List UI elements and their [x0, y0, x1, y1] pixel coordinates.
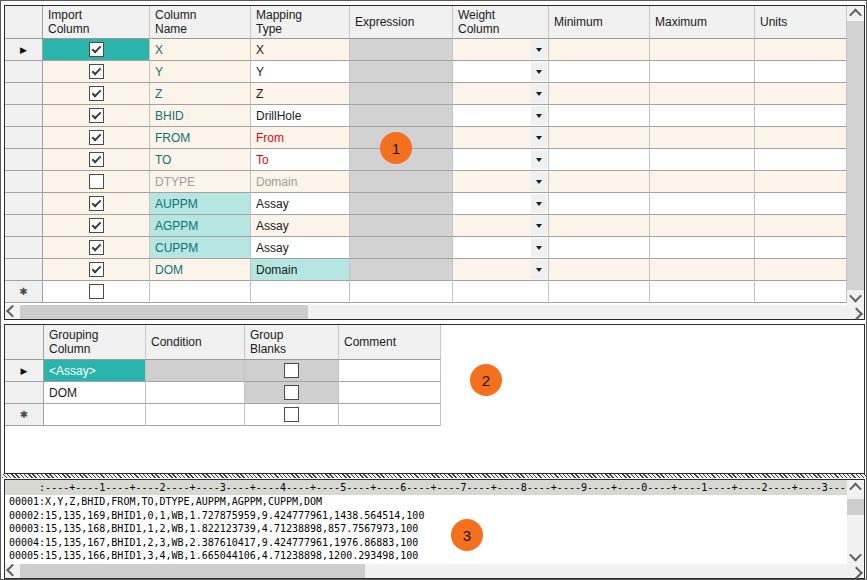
maximum-cell[interactable] [650, 259, 755, 281]
splitter-handle[interactable] [2, 474, 866, 478]
row-selector[interactable] [5, 237, 43, 259]
column-name-cell[interactable]: BHID [150, 105, 251, 127]
condition-cell[interactable] [146, 404, 245, 426]
mapping-type-cell[interactable]: Assay [251, 215, 350, 237]
scroll-up-button[interactable] [847, 6, 864, 21]
weight-dropdown-button[interactable] [531, 62, 547, 81]
maximum-cell[interactable] [650, 127, 755, 149]
row-selector[interactable] [5, 171, 43, 193]
column-name-cell[interactable]: X [150, 39, 251, 61]
column-header-comment[interactable]: Comment [339, 325, 441, 360]
units-cell[interactable] [755, 39, 847, 61]
row-selector[interactable] [5, 382, 44, 404]
weight-column-cell[interactable] [453, 215, 549, 237]
minimum-cell[interactable] [549, 127, 650, 149]
column-header-group-blanks[interactable]: Group Blanks [245, 325, 339, 360]
mapping-type-cell[interactable]: Y [251, 61, 350, 83]
column-header-maximum[interactable]: Maximum [650, 6, 755, 39]
weight-column-cell[interactable] [453, 149, 549, 171]
scrollbar-thumb[interactable] [20, 305, 308, 319]
units-cell[interactable] [755, 215, 847, 237]
import-checkbox[interactable] [89, 196, 104, 211]
weight-column-cell[interactable] [453, 281, 549, 303]
row-selector[interactable]: ▶ [5, 39, 43, 61]
import-column-cell[interactable] [43, 193, 150, 215]
weight-column-cell[interactable] [453, 193, 549, 215]
minimum-cell[interactable] [549, 259, 650, 281]
import-column-cell[interactable] [43, 259, 150, 281]
import-checkbox[interactable] [89, 64, 104, 79]
scrollbar-thumb[interactable] [20, 564, 365, 578]
weight-dropdown-button[interactable] [531, 150, 547, 169]
mapping-type-cell[interactable]: Domain [251, 171, 350, 193]
units-cell[interactable] [755, 105, 847, 127]
column-name-cell[interactable]: DTYPE [150, 171, 251, 193]
minimum-cell[interactable] [549, 39, 650, 61]
scroll-right-button[interactable] [849, 305, 864, 319]
scrollbar-track[interactable] [847, 21, 864, 290]
weight-dropdown-button[interactable] [531, 260, 547, 279]
column-header-import-column[interactable]: Import Column [43, 6, 150, 39]
column-name-cell[interactable]: CUPPM [150, 237, 251, 259]
column-header-minimum[interactable]: Minimum [549, 6, 650, 39]
minimum-cell[interactable] [549, 193, 650, 215]
maximum-cell[interactable] [650, 281, 755, 303]
weight-column-cell[interactable] [453, 127, 549, 149]
import-grid-horizontal-scrollbar[interactable] [5, 305, 864, 319]
row-selector[interactable] [5, 193, 43, 215]
column-header-expression[interactable]: Expression [350, 6, 453, 39]
import-checkbox[interactable] [89, 284, 104, 299]
units-cell[interactable] [755, 171, 847, 193]
minimum-cell[interactable] [549, 237, 650, 259]
import-column-cell[interactable] [43, 39, 150, 61]
scrollbar-track[interactable] [20, 564, 849, 578]
mapping-type-cell[interactable]: X [251, 39, 350, 61]
mapping-type-cell[interactable]: Assay [251, 237, 350, 259]
import-checkbox[interactable] [89, 174, 104, 189]
import-column-cell[interactable] [43, 83, 150, 105]
group-blanks-checkbox[interactable] [284, 407, 299, 422]
units-cell[interactable] [755, 83, 847, 105]
weight-column-cell[interactable] [453, 237, 549, 259]
weight-column-cell[interactable] [453, 105, 549, 127]
units-cell[interactable] [755, 149, 847, 171]
weight-column-cell[interactable] [453, 171, 549, 193]
column-header-units[interactable]: Units [755, 6, 847, 39]
import-column-cell[interactable] [43, 149, 150, 171]
weight-column-cell[interactable] [453, 39, 549, 61]
import-checkbox[interactable] [89, 152, 104, 167]
import-checkbox[interactable] [89, 108, 104, 123]
minimum-cell[interactable] [549, 149, 650, 171]
scrollbar-thumb[interactable] [847, 499, 864, 515]
maximum-cell[interactable] [650, 83, 755, 105]
mapping-type-cell[interactable]: From [251, 127, 350, 149]
import-column-cell[interactable] [43, 171, 150, 193]
maximum-cell[interactable] [650, 171, 755, 193]
maximum-cell[interactable] [650, 149, 755, 171]
units-cell[interactable] [755, 281, 847, 303]
import-checkbox[interactable] [89, 86, 104, 101]
weight-column-cell[interactable] [453, 259, 549, 281]
mapping-type-cell[interactable]: Z [251, 83, 350, 105]
import-checkbox[interactable] [89, 240, 104, 255]
weight-dropdown-button[interactable] [531, 40, 547, 59]
mapping-type-cell[interactable]: DrillHole [251, 105, 350, 127]
units-cell[interactable] [755, 237, 847, 259]
import-column-cell[interactable] [43, 237, 150, 259]
row-selector[interactable] [5, 105, 43, 127]
comment-cell[interactable] [339, 404, 441, 426]
scroll-up-button[interactable] [847, 480, 864, 495]
maximum-cell[interactable] [650, 105, 755, 127]
row-selector[interactable] [5, 259, 43, 281]
weight-dropdown-button[interactable] [531, 128, 547, 147]
weight-column-cell[interactable] [453, 61, 549, 83]
column-name-cell[interactable]: FROM [150, 127, 251, 149]
maximum-cell[interactable] [650, 39, 755, 61]
comment-cell[interactable] [339, 382, 441, 404]
column-header-grouping-column[interactable]: Grouping Column [44, 325, 146, 360]
condition-cell[interactable] [146, 382, 245, 404]
import-checkbox[interactable] [89, 130, 104, 145]
column-name-cell[interactable]: TO [150, 149, 251, 171]
row-selector[interactable] [5, 127, 43, 149]
group-blanks-cell[interactable] [245, 360, 339, 382]
